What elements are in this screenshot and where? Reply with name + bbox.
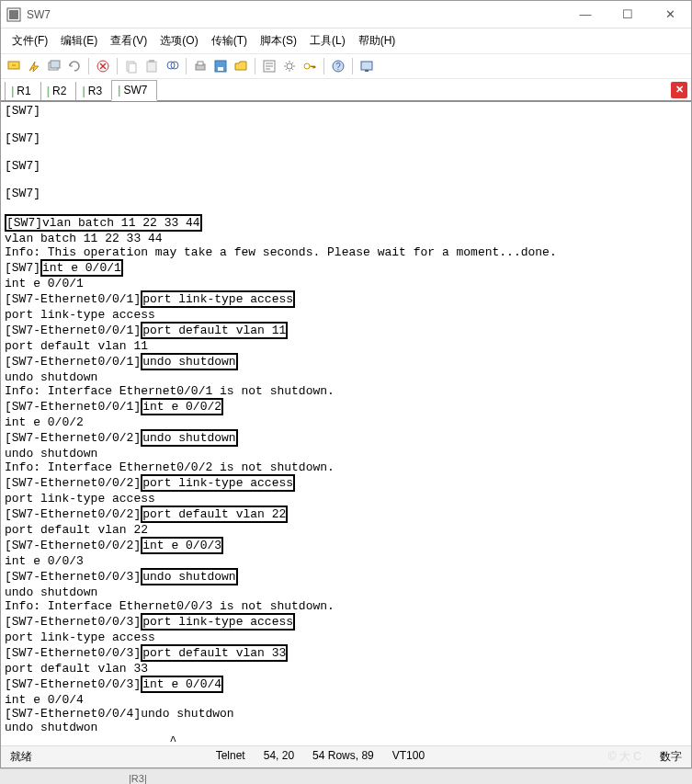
sessions-icon[interactable] bbox=[45, 57, 63, 75]
svg-rect-4 bbox=[51, 61, 60, 68]
status-term: VT100 bbox=[392, 749, 425, 765]
cmd-int-e004: int e 0/0/4 bbox=[141, 676, 223, 693]
menu-script[interactable]: 脚本(S) bbox=[255, 30, 302, 51]
terminal-line: port default vlan 11 bbox=[5, 339, 148, 353]
toolbar-separator bbox=[255, 58, 255, 74]
help-icon[interactable]: ? bbox=[329, 57, 347, 75]
terminal-line: [SW7-Ethernet0/0/2] bbox=[5, 476, 141, 490]
cmd-port-link-type: port link-type access bbox=[141, 290, 295, 308]
find-icon[interactable] bbox=[163, 57, 181, 75]
toolbar-separator bbox=[323, 58, 324, 74]
svg-rect-21 bbox=[361, 62, 372, 70]
terminal-line: [SW7-Ethernet0/0/1] bbox=[5, 355, 141, 369]
paste-icon[interactable] bbox=[142, 57, 161, 75]
watermark: © 大 C bbox=[608, 749, 641, 765]
terminal-line: int e 0/0/1 bbox=[5, 277, 84, 290]
key-icon[interactable] bbox=[301, 57, 319, 75]
terminal-line: port default vlan 22 bbox=[5, 523, 148, 537]
terminal-line: undo shutdwon bbox=[5, 721, 97, 734]
terminal-line: [SW7-Ethernet0/0/2] bbox=[5, 507, 141, 521]
quick-connect-icon[interactable] bbox=[25, 57, 43, 75]
terminal-line: [SW7] bbox=[5, 187, 40, 200]
tab-r3[interactable]: |R3 bbox=[75, 82, 111, 100]
terminal-line: int e 0/0/3 bbox=[5, 554, 84, 568]
toolbar-separator bbox=[88, 58, 89, 74]
cmd-undo-shutdown: undo shutdown bbox=[141, 429, 237, 447]
cmd-port-link-type: port link-type access bbox=[141, 474, 295, 492]
svg-text:?: ? bbox=[335, 62, 341, 72]
tab-label: SW7 bbox=[123, 84, 147, 97]
cmd-int-e001: int e 0/0/1 bbox=[40, 259, 123, 277]
menu-option[interactable]: 选项(O) bbox=[154, 30, 203, 51]
terminal-line: [SW7-Ethernet0/0/3] bbox=[5, 615, 141, 629]
tab-label: R1 bbox=[17, 85, 30, 97]
terminal-line: vlan batch 11 22 33 44 bbox=[5, 232, 163, 245]
cmd-port-default-vlan: port default vlan 22 bbox=[141, 506, 288, 523]
svg-rect-13 bbox=[198, 62, 203, 65]
cmd-undo-shutdown: undo shutdown bbox=[141, 568, 237, 585]
terminal-line: port link-type access bbox=[5, 492, 155, 506]
menu-trans[interactable]: 传输(T) bbox=[206, 30, 253, 51]
print-icon[interactable] bbox=[191, 57, 210, 75]
terminal-line: [SW7] bbox=[5, 104, 40, 118]
terminal-line: [SW7-Ethernet0/0/1] bbox=[5, 292, 141, 306]
tab-label: R3 bbox=[88, 85, 102, 97]
reconnect-icon[interactable] bbox=[65, 57, 84, 75]
menu-edit[interactable]: 编辑(E) bbox=[55, 30, 103, 51]
app-window: SW7 — ☐ ✕ 文件(F) 编辑(E) 查看(V) 选项(O) 传输(T) … bbox=[0, 0, 692, 768]
properties-icon[interactable] bbox=[260, 57, 278, 75]
status-protocol: Telnet bbox=[216, 749, 245, 765]
background-strip: |R3| bbox=[0, 768, 692, 784]
cmd-int-e002: int e 0/0/2 bbox=[141, 398, 223, 415]
terminal-line: port default vlan 33 bbox=[5, 662, 148, 676]
svg-rect-8 bbox=[147, 62, 156, 72]
terminal-line: [SW7-Ethernet0/0/2] bbox=[5, 539, 141, 552]
folder-icon[interactable] bbox=[232, 57, 250, 75]
connect-icon[interactable] bbox=[5, 57, 23, 75]
close-button[interactable]: ✕ bbox=[649, 1, 691, 28]
disconnect-icon[interactable] bbox=[94, 57, 112, 75]
svg-rect-22 bbox=[365, 70, 369, 72]
toolbar-separator bbox=[352, 58, 353, 74]
terminal-line: [SW7-Ethernet0/0/3] bbox=[5, 646, 141, 660]
title-bar[interactable]: SW7 — ☐ ✕ bbox=[1, 1, 691, 28]
tab-close-button[interactable]: ✕ bbox=[671, 82, 687, 98]
menu-view[interactable]: 查看(V) bbox=[105, 30, 153, 51]
tab-label: R2 bbox=[52, 85, 66, 97]
status-ready: 就绪 bbox=[10, 749, 32, 765]
settings-icon[interactable] bbox=[280, 57, 299, 75]
screen-icon[interactable] bbox=[357, 57, 376, 75]
terminal-line: [SW7] bbox=[5, 131, 40, 145]
status-cursor-pos: 54, 20 bbox=[264, 749, 294, 765]
cmd-int-e003: int e 0/0/3 bbox=[141, 537, 223, 554]
terminal-line: Info: This operation may take a few seco… bbox=[5, 245, 557, 259]
tab-sw7[interactable]: |SW7 bbox=[111, 80, 157, 101]
terminal-line: [SW7-Ethernet0/0/4]undo shutdwon bbox=[5, 707, 234, 721]
menu-help[interactable]: 帮助(H) bbox=[353, 30, 402, 51]
terminal-line: Info: Interface Ethernet0/0/2 is not shu… bbox=[5, 460, 335, 474]
menu-file[interactable]: 文件(F) bbox=[6, 30, 53, 51]
cmd-undo-shutdown: undo shutdown bbox=[141, 353, 237, 370]
tab-r2[interactable]: |R2 bbox=[40, 82, 76, 100]
terminal-output[interactable]: [SW7] [SW7] [SW7] [SW7] [SW7]vlan batch … bbox=[1, 102, 691, 745]
menu-tool[interactable]: 工具(L) bbox=[304, 30, 351, 51]
terminal-line: [SW7-Ethernet0/0/2] bbox=[5, 431, 141, 445]
terminal-line: int e 0/0/2 bbox=[5, 415, 84, 429]
tab-r1[interactable]: |R1 bbox=[5, 82, 40, 100]
terminal-line: int e 0/0/4 bbox=[5, 693, 84, 707]
terminal-line: undo shutdown bbox=[5, 370, 97, 384]
cmd-port-default-vlan: port default vlan 11 bbox=[141, 322, 288, 339]
app-icon bbox=[6, 7, 21, 22]
terminal-line: undo shutdown bbox=[5, 585, 97, 599]
cmd-port-link-type: port link-type access bbox=[141, 613, 295, 631]
terminal-line: undo shutdown bbox=[5, 447, 97, 460]
save-icon[interactable] bbox=[211, 57, 230, 75]
cmd-vlan-batch: [SW7]vlan batch 11 22 33 44 bbox=[5, 214, 202, 232]
maximize-button[interactable]: ☐ bbox=[607, 1, 649, 28]
copy-icon[interactable] bbox=[122, 57, 141, 75]
terminal-line: [SW7] bbox=[5, 261, 40, 275]
background-tab-label: |R3| bbox=[129, 773, 147, 784]
minimize-button[interactable]: — bbox=[564, 1, 607, 28]
cmd-port-default-vlan: port default vlan 33 bbox=[141, 644, 288, 662]
svg-point-17 bbox=[287, 63, 292, 69]
